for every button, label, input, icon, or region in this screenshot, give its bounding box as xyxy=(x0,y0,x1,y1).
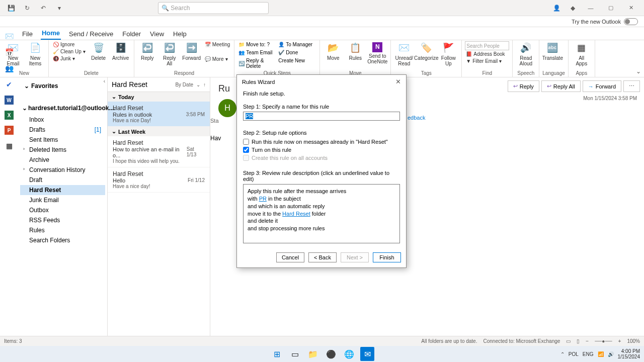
outlook-taskbar-icon[interactable]: ✉ xyxy=(360,347,374,361)
filter-email-button[interactable]: ▼Filter Email ▾ xyxy=(465,58,509,64)
run-now-checkbox[interactable] xyxy=(243,139,249,145)
volume-icon[interactable]: 🔊 xyxy=(608,351,614,357)
wifi-icon[interactable]: 📶 xyxy=(598,351,604,357)
obs-icon[interactable]: ⚫ xyxy=(324,347,338,361)
view-reading-icon[interactable]: ▯ xyxy=(577,338,580,344)
tab-help[interactable]: Help xyxy=(172,28,188,40)
tray-chevron-icon[interactable]: ⌃ xyxy=(560,351,565,357)
turn-on-checkbox[interactable] xyxy=(243,147,249,153)
run-now-checkbox-row[interactable]: Run this rule now on messages already in… xyxy=(243,138,400,146)
rules-button[interactable]: 📋Rules xyxy=(345,41,365,61)
quick-to-manager[interactable]: 👤To Manager xyxy=(277,41,316,48)
coming-soon-icon[interactable]: ◆ xyxy=(565,1,581,15)
all-apps-button[interactable]: ▦All Apps xyxy=(572,41,592,66)
finish-button[interactable]: Finish xyxy=(373,252,401,262)
folder-item[interactable]: Drafts[1] xyxy=(20,125,105,135)
task-view-button[interactable]: ▭ xyxy=(288,347,302,361)
dropdown-icon[interactable]: ▾ xyxy=(51,1,67,15)
message-item[interactable]: Hard ResetHow to archive an e-mail in o.… xyxy=(108,136,210,167)
message-group-header[interactable]: ⌄ Last Week xyxy=(108,127,210,136)
people-app-icon[interactable]: 👥 xyxy=(4,63,14,73)
folder-item[interactable]: Outbox xyxy=(20,205,105,215)
folder-item[interactable]: Archive xyxy=(20,155,105,165)
reply-all-button[interactable]: ↩️Reply All xyxy=(159,41,180,66)
quick-move-to[interactable]: 📁Move to: ? xyxy=(237,41,277,48)
word-app-icon[interactable]: W xyxy=(5,96,14,105)
view-normal-icon[interactable]: ▭ xyxy=(566,338,571,344)
explorer-icon[interactable]: 📁 xyxy=(306,347,320,361)
excel-app-icon[interactable]: X xyxy=(5,111,14,120)
folder-item[interactable]: RSS Feeds xyxy=(20,215,105,225)
read-aloud-button[interactable]: 🔊Read Aloud xyxy=(516,41,536,66)
reading-forward-button[interactable]: →Forward xyxy=(583,80,621,92)
more-apps-icon[interactable]: ▦ xyxy=(4,141,14,151)
todo-app-icon[interactable]: ✔ xyxy=(4,79,14,89)
sort-button[interactable]: By Date ⌄ ↑ xyxy=(175,82,206,87)
lang-indicator-1[interactable]: POL xyxy=(569,351,579,357)
favorites-header[interactable]: ⌄Favorites xyxy=(20,80,105,92)
unread-button[interactable]: ✉️Unread/ Read xyxy=(394,41,414,66)
onenote-button[interactable]: NSend to OneNote xyxy=(367,41,387,64)
mail-app-icon[interactable]: ✉️ xyxy=(4,31,14,41)
reading-reply-all-button[interactable]: ↩Reply All xyxy=(541,80,581,92)
categorize-button[interactable]: 🏷️Categorize xyxy=(416,41,436,61)
maximize-button[interactable]: ▢ xyxy=(601,1,621,15)
folder-item[interactable]: ›Deleted Items xyxy=(20,145,105,155)
rule-name-input[interactable]: PR xyxy=(243,112,400,121)
folder-item[interactable]: Inbox xyxy=(20,115,105,125)
sync-icon[interactable]: ↻ xyxy=(19,1,35,15)
try-new-outlook-toggle[interactable] xyxy=(624,18,638,25)
dialog-close-button[interactable]: ✕ xyxy=(395,78,401,85)
search-input[interactable]: 🔍 Search xyxy=(158,2,269,14)
zoom-out-button[interactable]: − xyxy=(586,338,589,344)
quick-create-new[interactable]: Create New xyxy=(277,57,316,64)
lang-indicator-2[interactable]: ENG xyxy=(583,351,594,357)
feedback-link[interactable]: edback xyxy=(408,115,425,121)
new-items-button[interactable]: 📄New Items xyxy=(25,41,45,66)
reading-more-button[interactable]: ⋯ xyxy=(623,80,640,92)
zoom-in-button[interactable]: + xyxy=(618,338,621,344)
folder-item[interactable]: Sent Items xyxy=(20,135,105,145)
powerpoint-app-icon[interactable]: P xyxy=(5,126,14,135)
subject-link[interactable]: PR xyxy=(259,196,267,202)
folder-item[interactable]: Rules xyxy=(20,225,105,235)
quick-done[interactable]: ✔️Done xyxy=(277,49,316,56)
undo-icon[interactable]: ↶ xyxy=(35,1,51,15)
account-icon[interactable]: 👤 xyxy=(548,1,565,15)
close-button[interactable]: ✕ xyxy=(621,1,641,15)
folder-link[interactable]: Hard Reset xyxy=(282,211,310,217)
cleanup-button[interactable]: 🧹Clean Up ▾ xyxy=(52,48,87,55)
zoom-slider[interactable]: ──●── xyxy=(595,338,612,344)
delete-button[interactable]: 🗑️Delete xyxy=(89,41,109,61)
tab-send-receive[interactable]: Send / Receive xyxy=(68,28,114,40)
calendar-app-icon[interactable]: 📅 xyxy=(4,47,14,57)
folder-item[interactable]: Hard Reset xyxy=(20,185,105,195)
cancel-button[interactable]: Cancel xyxy=(276,252,304,262)
turn-on-checkbox-row[interactable]: Turn on this rule xyxy=(243,146,400,154)
folder-item[interactable]: Draft xyxy=(20,175,105,185)
followup-button[interactable]: 🚩Follow Up xyxy=(438,41,458,66)
folder-item[interactable]: Junk Email xyxy=(20,195,105,205)
forward-button[interactable]: ➡️Forward xyxy=(182,41,202,61)
collapse-folder-pane[interactable]: ‹ xyxy=(104,78,105,84)
meeting-button[interactable]: 📅Meeting xyxy=(204,41,231,48)
archive-button[interactable]: 🗄️Archive xyxy=(111,41,131,61)
account-header[interactable]: ⌄hardreset.tutorial1@outlook.... xyxy=(20,102,105,115)
reading-reply-button[interactable]: ↩Reply xyxy=(508,80,539,92)
message-group-header[interactable]: ⌄ Today xyxy=(108,92,210,102)
save-icon[interactable]: 💾 xyxy=(3,1,19,15)
more-button[interactable]: 💬More ▾ xyxy=(204,56,231,62)
message-item[interactable]: Hard ResetHelloFri 1/12Have a nice day! xyxy=(108,167,210,193)
reply-button[interactable]: ↩️Reply xyxy=(137,41,157,61)
message-item[interactable]: Hard ResetRules in outlook3:58 PMHave a … xyxy=(108,102,210,127)
folder-item[interactable]: Search Folders xyxy=(20,235,105,245)
tab-home[interactable]: Home xyxy=(41,27,61,40)
back-button[interactable]: < Back xyxy=(308,252,337,262)
translate-button[interactable]: 🔤Translate xyxy=(542,41,562,61)
junk-button[interactable]: 🚯Junk ▾ xyxy=(52,55,87,62)
collapse-ribbon-button[interactable]: ⌄ xyxy=(636,68,641,75)
start-button[interactable]: ⊞ xyxy=(270,347,284,361)
folder-item[interactable]: ›Conversation History xyxy=(20,165,105,175)
tab-folder[interactable]: Folder xyxy=(121,28,142,40)
ignore-button[interactable]: 🚫Ignore xyxy=(52,41,87,48)
